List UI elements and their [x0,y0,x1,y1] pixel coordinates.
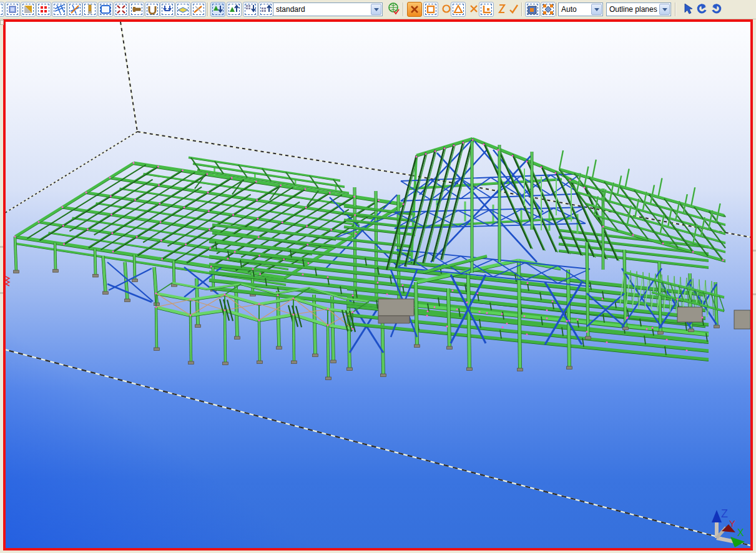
svg-text:Y: Y [729,518,735,529]
svg-text:Z: Z [721,507,728,520]
svg-text:X: X [737,527,744,538]
